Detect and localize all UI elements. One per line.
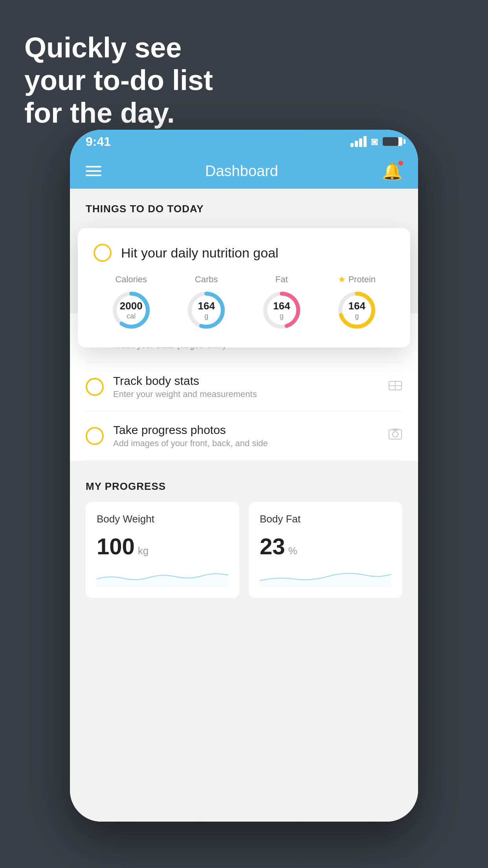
status-bar: 9:41 ◙: [70, 130, 418, 153]
notification-dot: [398, 160, 404, 166]
status-time: 9:41: [86, 134, 111, 149]
progress-title: MY PROGRESS: [86, 480, 402, 493]
body-stats-checkbox[interactable]: [86, 378, 104, 396]
body-fat-chart: [260, 567, 391, 587]
body-fat-card: Body Fat 23 %: [249, 502, 402, 598]
protein-label: ★ Protein: [338, 274, 376, 285]
protein-value: 164: [349, 300, 365, 312]
scale-icon: [388, 378, 402, 396]
body-fat-value-row: 23 %: [260, 533, 391, 559]
main-content: THINGS TO DO TODAY Hit your daily nutrit…: [70, 189, 418, 822]
carbs-label: Carbs: [195, 274, 218, 285]
calories-circle: Calories 2000 cal: [110, 274, 153, 332]
wifi-icon: ◙: [371, 135, 378, 148]
photos-checkbox[interactable]: [86, 427, 104, 445]
photos-title: Take progress photos: [113, 423, 379, 437]
body-stats-text: Track body stats Enter your weight and m…: [113, 374, 379, 399]
fat-label: Fat: [275, 274, 288, 285]
battery-icon: [383, 137, 402, 146]
fat-unit: g: [273, 312, 290, 321]
photos-subtitle: Add images of your front, back, and side: [113, 438, 379, 449]
things-header: THINGS TO DO TODAY: [70, 189, 418, 223]
nav-title: Dashboard: [205, 163, 278, 180]
body-fat-label: Body Fat: [260, 513, 391, 525]
photo-icon: [388, 427, 402, 445]
calories-label: Calories: [115, 274, 147, 285]
calories-donut: 2000 cal: [110, 289, 153, 332]
body-fat-number: 23: [260, 533, 285, 559]
svg-point-12: [393, 432, 398, 437]
fat-value: 164: [273, 300, 290, 312]
status-icons: ◙: [350, 135, 402, 148]
body-weight-chart: [97, 567, 228, 587]
todo-item-body-stats[interactable]: Track body stats Enter your weight and m…: [86, 362, 402, 412]
carbs-circle: Carbs 164 g: [185, 274, 228, 332]
carbs-donut: 164 g: [185, 289, 228, 332]
phone-mockup: 9:41 ◙ Dashboard 🔔 THINGS TO: [70, 130, 418, 822]
body-weight-value-row: 100 kg: [97, 533, 228, 559]
carbs-unit: g: [198, 312, 215, 321]
nutrition-title: Hit your daily nutrition goal: [121, 245, 279, 261]
nutrition-checkbox[interactable]: [94, 244, 112, 262]
nutrition-circles: Calories 2000 cal Carbs: [94, 274, 394, 332]
headline: Quickly see your to-do list for the day.: [24, 31, 213, 129]
calories-unit: cal: [120, 312, 143, 321]
protein-unit: g: [349, 312, 365, 321]
body-fat-unit: %: [288, 545, 297, 557]
body-weight-unit: kg: [138, 545, 149, 557]
progress-cards: Body Weight 100 kg Body Fat: [86, 502, 402, 598]
photos-text: Take progress photos Add images of your …: [113, 423, 379, 449]
body-weight-card: Body Weight 100 kg: [86, 502, 239, 598]
protein-circle: ★ Protein 164 g: [335, 274, 378, 332]
fat-donut: 164 g: [260, 289, 303, 332]
star-icon: ★: [338, 274, 346, 285]
menu-button[interactable]: [86, 166, 101, 176]
todo-item-photos[interactable]: Take progress photos Add images of your …: [86, 412, 402, 461]
progress-section: MY PROGRESS Body Weight 100 kg: [70, 461, 418, 610]
nutrition-card: Hit your daily nutrition goal Calories 2…: [78, 228, 410, 348]
body-weight-number: 100: [97, 533, 135, 559]
body-weight-label: Body Weight: [97, 513, 228, 525]
fat-circle: Fat 164 g: [260, 274, 303, 332]
protein-donut: 164 g: [335, 289, 378, 332]
body-stats-title: Track body stats: [113, 374, 379, 388]
calories-value: 2000: [120, 300, 143, 312]
things-title: THINGS TO DO TODAY: [86, 203, 204, 215]
signal-icon: [350, 136, 367, 147]
nav-bar: Dashboard 🔔: [70, 153, 418, 189]
nutrition-card-header: Hit your daily nutrition goal: [94, 244, 394, 262]
carbs-value: 164: [198, 300, 215, 312]
body-stats-subtitle: Enter your weight and measurements: [113, 389, 379, 399]
svg-rect-11: [389, 430, 402, 439]
notification-bell-button[interactable]: 🔔: [382, 162, 402, 181]
